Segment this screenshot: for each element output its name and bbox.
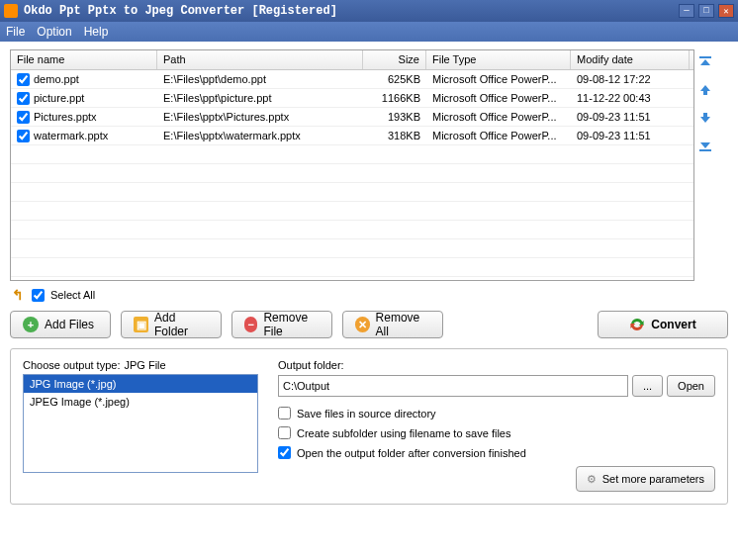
remove-file-button[interactable]: −Remove File xyxy=(231,311,332,338)
col-filetype[interactable]: File Type xyxy=(426,50,571,69)
table-row[interactable]: picture.pptE:\Files\ppt\picture.ppt1166K… xyxy=(11,89,693,108)
file-date: 09-09-23 11:51 xyxy=(571,109,690,125)
convert-button[interactable]: Convert xyxy=(598,311,728,338)
close-button[interactable]: ✕ xyxy=(718,4,734,18)
file-date: 11-12-22 00:43 xyxy=(571,90,690,106)
add-folder-button[interactable]: ▣Add Folder xyxy=(121,311,222,338)
file-name: demo.ppt xyxy=(34,73,79,85)
file-date: 09-08-12 17:22 xyxy=(571,71,690,87)
file-size: 193KB xyxy=(363,109,426,125)
save-in-source-checkbox[interactable] xyxy=(278,407,291,420)
current-output-type: JPG File xyxy=(124,359,165,371)
file-path: E:\Files\pptx\watermark.pptx xyxy=(157,128,363,143)
move-top-button[interactable] xyxy=(696,53,714,71)
app-icon xyxy=(4,4,18,18)
open-after-label: Open the output folder after conversion … xyxy=(297,447,526,459)
file-name: Pictures.pptx xyxy=(34,111,97,123)
col-path[interactable]: Path xyxy=(157,50,363,69)
file-type: Microsoft Office PowerP... xyxy=(426,71,571,87)
col-filename[interactable]: File name xyxy=(11,50,157,69)
output-folder-input[interactable] xyxy=(278,375,628,397)
file-size: 1166KB xyxy=(363,90,426,106)
minus-icon: − xyxy=(244,317,257,332)
menu-help[interactable]: Help xyxy=(84,25,109,39)
minimize-button[interactable]: ─ xyxy=(679,4,694,18)
output-type-list[interactable]: JPG Image (*.jpg)JPEG Image (*.jpeg) xyxy=(23,374,258,473)
row-checkbox[interactable] xyxy=(17,73,30,86)
file-list[interactable]: File name Path Size File Type Modify dat… xyxy=(10,49,694,281)
output-folder-label: Output folder: xyxy=(278,359,715,371)
file-size: 318KB xyxy=(363,128,426,143)
row-checkbox[interactable] xyxy=(17,111,30,124)
table-row[interactable]: watermark.pptxE:\Files\pptx\watermark.pp… xyxy=(11,127,693,145)
create-subfolder-label: Create subfolder using filename to save … xyxy=(297,427,510,439)
x-icon: ✕ xyxy=(355,317,370,332)
move-down-button[interactable] xyxy=(696,109,714,127)
add-files-button[interactable]: +Add Files xyxy=(10,311,111,338)
file-date: 09-09-23 11:51 xyxy=(571,128,690,143)
file-size: 625KB xyxy=(363,71,426,87)
open-after-checkbox[interactable] xyxy=(278,446,291,459)
file-path: E:\Files\pptx\Pictures.pptx xyxy=(157,109,363,125)
table-row[interactable]: Pictures.pptxE:\Files\pptx\Pictures.pptx… xyxy=(11,108,693,127)
menu-file[interactable]: File xyxy=(6,25,25,39)
move-up-button[interactable] xyxy=(696,81,714,99)
up-level-icon[interactable]: ↰ xyxy=(12,287,24,303)
file-list-header: File name Path Size File Type Modify dat… xyxy=(11,50,693,70)
col-size[interactable]: Size xyxy=(363,50,426,69)
file-name: picture.ppt xyxy=(34,92,84,104)
choose-output-type-label: Choose output type: xyxy=(23,359,120,371)
maximize-button[interactable]: □ xyxy=(698,4,714,18)
gear-icon: ⚙ xyxy=(587,473,597,486)
folder-icon: ▣ xyxy=(134,317,148,332)
output-type-item[interactable]: JPEG Image (*.jpeg) xyxy=(24,393,257,411)
refresh-icon xyxy=(629,317,645,332)
file-type: Microsoft Office PowerP... xyxy=(426,109,571,125)
menubar: File Option Help xyxy=(0,22,738,42)
file-path: E:\Files\ppt\demo.ppt xyxy=(157,71,363,87)
menu-option[interactable]: Option xyxy=(37,25,71,39)
remove-all-button[interactable]: ✕Remove All xyxy=(342,311,443,338)
file-type: Microsoft Office PowerP... xyxy=(426,128,571,143)
open-folder-button[interactable]: Open xyxy=(667,375,715,397)
set-more-parameters-button[interactable]: ⚙ Set more parameters xyxy=(576,466,715,492)
table-row[interactable]: demo.pptE:\Files\ppt\demo.ppt625KBMicros… xyxy=(11,70,693,89)
file-path: E:\Files\ppt\picture.ppt xyxy=(157,90,363,106)
window-title: Okdo Ppt Pptx to Jpeg Converter [Registe… xyxy=(24,4,337,18)
selectall-checkbox[interactable] xyxy=(32,289,45,302)
browse-button[interactable]: ... xyxy=(632,375,663,397)
titlebar: Okdo Ppt Pptx to Jpeg Converter [Registe… xyxy=(0,0,738,22)
save-in-source-label: Save files in source directory xyxy=(297,408,436,420)
plus-icon: + xyxy=(23,317,39,332)
file-name: watermark.pptx xyxy=(34,130,108,141)
row-checkbox[interactable] xyxy=(17,92,30,105)
move-bottom-button[interactable] xyxy=(696,137,714,154)
output-type-item[interactable]: JPG Image (*.jpg) xyxy=(24,375,257,393)
file-type: Microsoft Office PowerP... xyxy=(426,90,571,106)
selectall-label: Select All xyxy=(50,289,95,301)
col-modifydate[interactable]: Modify date xyxy=(571,50,690,69)
row-checkbox[interactable] xyxy=(17,130,30,142)
create-subfolder-checkbox[interactable] xyxy=(278,426,291,439)
